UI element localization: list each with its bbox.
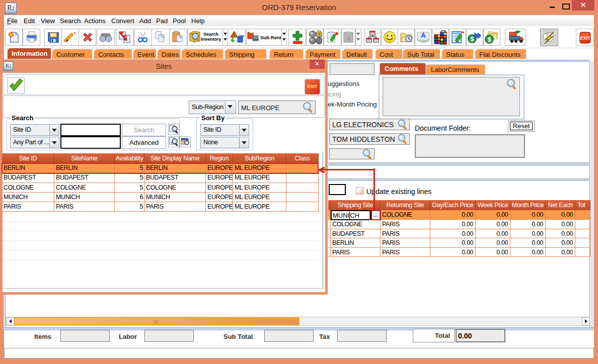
svg-text:EXIT: EXIT bbox=[580, 36, 591, 41]
svg-text:12: 12 bbox=[346, 34, 351, 39]
svg-text:?: ? bbox=[318, 32, 321, 37]
svg-text:Inventory: Inventory bbox=[201, 37, 221, 42]
svg-text:Search: Search bbox=[203, 32, 218, 37]
svg-text:$: $ bbox=[471, 35, 475, 43]
svg-text:Sub Rent: Sub Rent bbox=[260, 35, 282, 40]
svg-text:$: $ bbox=[488, 36, 492, 43]
